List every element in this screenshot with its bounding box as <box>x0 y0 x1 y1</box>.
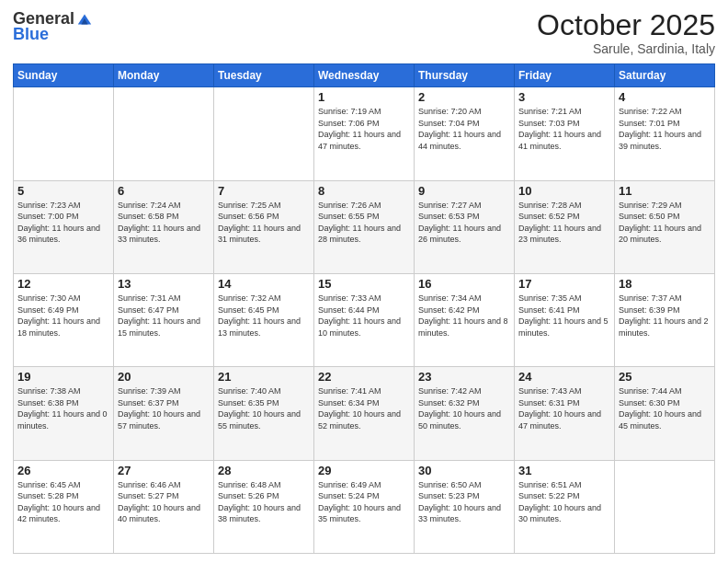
day-info: Sunrise: 7:43 AMSunset: 6:31 PMDaylight:… <box>518 385 610 431</box>
day-number: 10 <box>518 184 610 198</box>
table-row: 7Sunrise: 7:25 AMSunset: 6:56 PMDaylight… <box>214 180 314 273</box>
logo: General Blue <box>13 9 93 44</box>
table-row: 13Sunrise: 7:31 AMSunset: 6:47 PMDayligh… <box>114 273 214 366</box>
table-row <box>214 87 314 180</box>
day-info: Sunrise: 6:49 AMSunset: 5:24 PMDaylight:… <box>318 479 410 525</box>
day-number: 24 <box>518 370 610 384</box>
day-number: 25 <box>619 370 711 384</box>
day-info: Sunrise: 7:41 AMSunset: 6:34 PMDaylight:… <box>318 385 410 431</box>
table-row <box>114 87 214 180</box>
day-info: Sunrise: 7:21 AMSunset: 7:03 PMDaylight:… <box>518 106 610 152</box>
day-number: 4 <box>619 90 711 104</box>
calendar-week-2: 5Sunrise: 7:23 AMSunset: 7:00 PMDaylight… <box>14 180 715 273</box>
table-row: 5Sunrise: 7:23 AMSunset: 7:00 PMDaylight… <box>14 180 114 273</box>
day-number: 7 <box>218 184 310 198</box>
header: General Blue October 2025 Sarule, Sardin… <box>13 9 715 56</box>
table-row: 22Sunrise: 7:41 AMSunset: 6:34 PMDayligh… <box>314 367 415 460</box>
day-number: 30 <box>418 464 510 477</box>
calendar-week-3: 12Sunrise: 7:30 AMSunset: 6:49 PMDayligh… <box>14 273 715 366</box>
table-row: 23Sunrise: 7:42 AMSunset: 6:32 PMDayligh… <box>415 367 515 460</box>
col-monday: Monday <box>114 64 214 87</box>
day-number: 31 <box>518 464 610 477</box>
col-saturday: Saturday <box>615 64 715 87</box>
day-number: 22 <box>318 370 410 384</box>
table-row: 18Sunrise: 7:37 AMSunset: 6:39 PMDayligh… <box>615 273 715 366</box>
day-number: 6 <box>118 184 210 198</box>
logo-blue: Blue <box>13 25 49 44</box>
calendar-week-5: 26Sunrise: 6:45 AMSunset: 5:28 PMDayligh… <box>14 460 715 553</box>
day-info: Sunrise: 7:24 AMSunset: 6:58 PMDaylight:… <box>118 200 210 246</box>
day-info: Sunrise: 7:29 AMSunset: 6:50 PMDaylight:… <box>619 200 711 246</box>
table-row: 30Sunrise: 6:50 AMSunset: 5:23 PMDayligh… <box>415 460 515 553</box>
day-info: Sunrise: 6:51 AMSunset: 5:22 PMDaylight:… <box>518 479 610 525</box>
day-info: Sunrise: 7:38 AMSunset: 6:38 PMDaylight:… <box>17 385 109 431</box>
day-number: 1 <box>318 90 410 104</box>
table-row: 6Sunrise: 7:24 AMSunset: 6:58 PMDaylight… <box>114 180 214 273</box>
day-info: Sunrise: 7:44 AMSunset: 6:30 PMDaylight:… <box>619 385 711 431</box>
day-info: Sunrise: 7:42 AMSunset: 6:32 PMDaylight:… <box>418 385 510 431</box>
day-number: 26 <box>17 464 109 477</box>
day-number: 28 <box>218 464 310 477</box>
table-row: 1Sunrise: 7:19 AMSunset: 7:06 PMDaylight… <box>314 87 415 180</box>
day-number: 15 <box>318 277 410 291</box>
day-number: 14 <box>218 277 310 291</box>
day-info: Sunrise: 7:23 AMSunset: 7:00 PMDaylight:… <box>17 200 109 246</box>
calendar-header-row: Sunday Monday Tuesday Wednesday Thursday… <box>14 64 715 87</box>
day-info: Sunrise: 7:37 AMSunset: 6:39 PMDaylight:… <box>619 293 711 339</box>
subtitle: Sarule, Sardinia, Italy <box>537 41 715 56</box>
day-info: Sunrise: 6:48 AMSunset: 5:26 PMDaylight:… <box>218 479 310 525</box>
day-info: Sunrise: 7:28 AMSunset: 6:52 PMDaylight:… <box>518 200 610 246</box>
day-info: Sunrise: 7:33 AMSunset: 6:44 PMDaylight:… <box>318 293 410 339</box>
table-row: 26Sunrise: 6:45 AMSunset: 5:28 PMDayligh… <box>14 460 114 553</box>
calendar-week-1: 1Sunrise: 7:19 AMSunset: 7:06 PMDaylight… <box>14 87 715 180</box>
table-row: 2Sunrise: 7:20 AMSunset: 7:04 PMDaylight… <box>415 87 515 180</box>
table-row: 31Sunrise: 6:51 AMSunset: 5:22 PMDayligh… <box>515 460 615 553</box>
day-info: Sunrise: 7:39 AMSunset: 6:37 PMDaylight:… <box>118 385 210 431</box>
table-row: 19Sunrise: 7:38 AMSunset: 6:38 PMDayligh… <box>14 367 114 460</box>
day-info: Sunrise: 7:20 AMSunset: 7:04 PMDaylight:… <box>418 106 510 152</box>
day-number: 29 <box>318 464 410 477</box>
day-number: 27 <box>118 464 210 477</box>
title-block: October 2025 Sarule, Sardinia, Italy <box>537 9 715 56</box>
day-number: 19 <box>17 370 109 384</box>
logo-icon <box>76 11 93 28</box>
day-number: 3 <box>518 90 610 104</box>
page: General Blue October 2025 Sarule, Sardin… <box>0 0 728 563</box>
col-wednesday: Wednesday <box>314 64 415 87</box>
day-info: Sunrise: 6:50 AMSunset: 5:23 PMDaylight:… <box>418 479 510 525</box>
day-info: Sunrise: 7:34 AMSunset: 6:42 PMDaylight:… <box>418 293 510 339</box>
day-info: Sunrise: 7:30 AMSunset: 6:49 PMDaylight:… <box>17 293 109 339</box>
day-number: 8 <box>318 184 410 198</box>
day-info: Sunrise: 7:31 AMSunset: 6:47 PMDaylight:… <box>118 293 210 339</box>
table-row: 10Sunrise: 7:28 AMSunset: 6:52 PMDayligh… <box>515 180 615 273</box>
day-info: Sunrise: 7:32 AMSunset: 6:45 PMDaylight:… <box>218 293 310 339</box>
table-row: 15Sunrise: 7:33 AMSunset: 6:44 PMDayligh… <box>314 273 415 366</box>
day-info: Sunrise: 7:35 AMSunset: 6:41 PMDaylight:… <box>518 293 610 339</box>
day-info: Sunrise: 6:46 AMSunset: 5:27 PMDaylight:… <box>118 479 210 525</box>
table-row: 3Sunrise: 7:21 AMSunset: 7:03 PMDaylight… <box>515 87 615 180</box>
table-row: 24Sunrise: 7:43 AMSunset: 6:31 PMDayligh… <box>515 367 615 460</box>
table-row: 28Sunrise: 6:48 AMSunset: 5:26 PMDayligh… <box>214 460 314 553</box>
month-title: October 2025 <box>537 9 715 41</box>
day-number: 11 <box>619 184 711 198</box>
table-row: 16Sunrise: 7:34 AMSunset: 6:42 PMDayligh… <box>415 273 515 366</box>
table-row: 21Sunrise: 7:40 AMSunset: 6:35 PMDayligh… <box>214 367 314 460</box>
table-row: 11Sunrise: 7:29 AMSunset: 6:50 PMDayligh… <box>615 180 715 273</box>
day-info: Sunrise: 7:40 AMSunset: 6:35 PMDaylight:… <box>218 385 310 431</box>
col-tuesday: Tuesday <box>214 64 314 87</box>
table-row: 25Sunrise: 7:44 AMSunset: 6:30 PMDayligh… <box>615 367 715 460</box>
table-row: 20Sunrise: 7:39 AMSunset: 6:37 PMDayligh… <box>114 367 214 460</box>
col-sunday: Sunday <box>14 64 114 87</box>
table-row: 12Sunrise: 7:30 AMSunset: 6:49 PMDayligh… <box>14 273 114 366</box>
day-number: 17 <box>518 277 610 291</box>
day-info: Sunrise: 7:27 AMSunset: 6:53 PMDaylight:… <box>418 200 510 246</box>
col-thursday: Thursday <box>415 64 515 87</box>
day-number: 9 <box>418 184 510 198</box>
day-number: 18 <box>619 277 711 291</box>
table-row: 29Sunrise: 6:49 AMSunset: 5:24 PMDayligh… <box>314 460 415 553</box>
day-number: 5 <box>17 184 109 198</box>
day-number: 21 <box>218 370 310 384</box>
table-row: 4Sunrise: 7:22 AMSunset: 7:01 PMDaylight… <box>615 87 715 180</box>
day-info: Sunrise: 7:22 AMSunset: 7:01 PMDaylight:… <box>619 106 711 152</box>
day-info: Sunrise: 7:25 AMSunset: 6:56 PMDaylight:… <box>218 200 310 246</box>
